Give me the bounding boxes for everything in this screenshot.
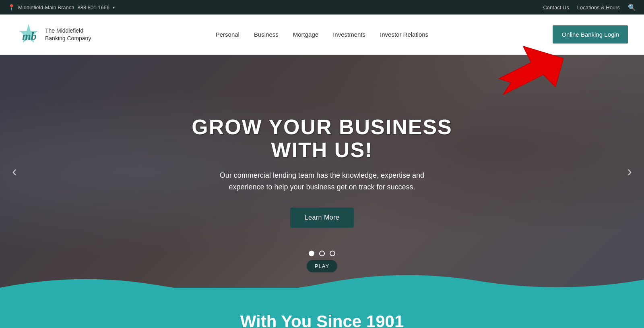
teal-section-title: With You Since 1901: [16, 312, 628, 328]
logo-company-line2: Banking Company: [45, 35, 91, 42]
logo[interactable]: mb The Middlefield Banking Company: [16, 22, 91, 47]
nav-bar: mb The Middlefield Banking Company Perso…: [0, 15, 644, 55]
logo-icon: mb: [16, 22, 41, 47]
hero-subtitle: Our commercial lending team has the know…: [192, 170, 452, 193]
carousel-prev-button[interactable]: ‹: [8, 159, 21, 184]
carousel-next-button[interactable]: ›: [623, 159, 636, 184]
learn-more-button[interactable]: Learn More: [290, 208, 354, 228]
branch-info: 📍 Middlefield-Main Branch 888.801.1666 ▾: [8, 4, 115, 10]
hero-content: GROW YOUR BUSINESS WITH US! Our commerci…: [184, 108, 460, 236]
locations-hours-link[interactable]: Locations & Hours: [577, 4, 620, 10]
carousel-dot-3[interactable]: [330, 251, 335, 256]
phone-number: 888.801.1666: [77, 4, 109, 10]
nav-business[interactable]: Business: [254, 31, 279, 38]
teal-wave-top: [0, 272, 644, 304]
wave-svg: [0, 272, 644, 304]
nav-mortgage[interactable]: Mortgage: [293, 31, 318, 38]
hero-title: GROW YOUR BUSINESS WITH US!: [192, 116, 452, 162]
carousel-dot-1[interactable]: [309, 251, 314, 256]
logo-text: The Middlefield Banking Company: [45, 27, 91, 42]
logo-star-svg: mb: [16, 22, 41, 47]
play-button[interactable]: PLAY: [307, 260, 337, 272]
branch-name: Middlefield-Main Branch: [18, 4, 74, 10]
nav-investor-relations[interactable]: Investor Relations: [380, 31, 428, 38]
top-contact-us-link[interactable]: Contact Us: [543, 4, 569, 10]
location-pin-icon: 📍: [8, 4, 15, 10]
logo-company-line1: The Middlefield: [45, 27, 91, 34]
online-banking-button[interactable]: Online Banking Login: [553, 25, 628, 44]
svg-text:mb: mb: [22, 30, 37, 42]
search-icon[interactable]: 🔍: [628, 4, 636, 11]
hero-title-line2: WITH US!: [271, 138, 373, 162]
hero-title-line1: GROW YOUR BUSINESS: [192, 115, 452, 139]
teal-section: With You Since 1901 Proudly Serving Comm…: [0, 288, 644, 328]
carousel-dot-2[interactable]: [319, 251, 325, 256]
nav-investments[interactable]: Investments: [333, 31, 365, 38]
carousel-dots: [309, 251, 335, 256]
top-bar: 📍 Middlefield-Main Branch 888.801.1666 ▾…: [0, 0, 644, 15]
nav-personal[interactable]: Personal: [216, 31, 239, 38]
branch-chevron-icon[interactable]: ▾: [113, 5, 115, 10]
hero-section: ‹ GROW YOUR BUSINESS WITH US! Our commer…: [0, 55, 644, 289]
nav-links: Personal Business Mortgage Investments I…: [216, 31, 428, 38]
top-bar-right: Contact Us Locations & Hours 🔍: [543, 4, 636, 11]
